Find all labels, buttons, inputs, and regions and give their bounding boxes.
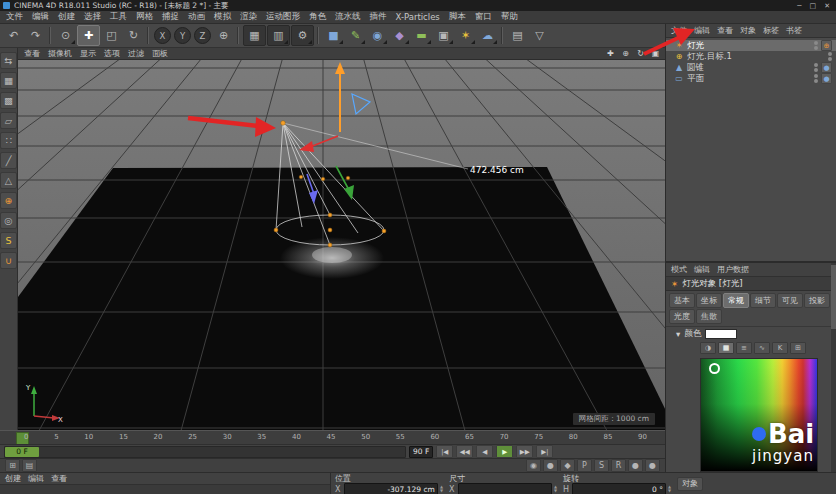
timeline-slider[interactable]: 0 F bbox=[4, 446, 406, 458]
tab-basic[interactable]: 基本 bbox=[669, 293, 695, 308]
render-picture-viewer-icon[interactable]: ▥ bbox=[267, 25, 290, 46]
record-parameter-toggle[interactable]: ● bbox=[628, 459, 643, 472]
timeline-view-icon[interactable]: ▤ bbox=[22, 459, 37, 472]
spline-pen-icon[interactable]: ✎ bbox=[345, 26, 366, 45]
color-swatch[interactable] bbox=[705, 329, 737, 339]
phong-tag-icon[interactable]: ● bbox=[821, 62, 832, 73]
target-tag-icon[interactable]: ⊕ bbox=[821, 40, 832, 51]
timeline-ruler[interactable]: 05 1015 2025 3035 4045 5055 6065 7075 80… bbox=[0, 430, 665, 444]
tab-photometric[interactable]: 光度 bbox=[669, 309, 695, 324]
enable-axis-icon[interactable]: ⊕ bbox=[0, 192, 17, 209]
visibility-dots[interactable] bbox=[814, 41, 818, 50]
menu-window[interactable]: 窗口 bbox=[475, 11, 492, 23]
redo-icon[interactable]: ↷ bbox=[25, 26, 46, 45]
tab-shadow[interactable]: 投影 bbox=[804, 293, 830, 308]
coordinate-mode-dropdown[interactable]: 对象 bbox=[677, 477, 703, 491]
model-mode-icon[interactable]: ▦ bbox=[0, 72, 17, 89]
kelvin-mode-icon[interactable]: K bbox=[772, 342, 788, 354]
prev-frame-button[interactable]: ◀ bbox=[476, 445, 493, 458]
prev-key-button[interactable]: ◀◀ bbox=[456, 445, 473, 458]
menu-animate[interactable]: 动画 bbox=[188, 11, 205, 23]
visibility-dots[interactable] bbox=[814, 74, 818, 83]
record-position-toggle[interactable]: P bbox=[577, 459, 592, 472]
om-menu-objects[interactable]: 对象 bbox=[740, 25, 756, 36]
color-picker-marker[interactable] bbox=[709, 363, 720, 374]
record-pla-toggle[interactable]: ● bbox=[645, 459, 660, 472]
wheel-mode-icon[interactable]: ◑ bbox=[700, 342, 716, 354]
menu-help[interactable]: 帮助 bbox=[501, 11, 518, 23]
rotation-h-field[interactable]: 0 ° bbox=[572, 483, 666, 494]
material-list-area[interactable] bbox=[0, 485, 330, 494]
render-settings-icon[interactable]: ⚙ bbox=[291, 25, 314, 46]
menu-snap[interactable]: 捕捉 bbox=[162, 11, 179, 23]
play-button[interactable]: ▶ bbox=[496, 445, 513, 458]
viewport-solo-icon[interactable]: ◎ bbox=[0, 212, 17, 229]
object-row-light-target[interactable]: ⊕ 灯光.目标.1 bbox=[666, 51, 836, 62]
lock-y-button[interactable]: Y bbox=[174, 27, 191, 44]
close-button[interactable]: ✕ bbox=[824, 2, 830, 10]
camera-icon[interactable]: ▣ bbox=[433, 26, 454, 45]
stepper-arrows[interactable]: ▲▼ bbox=[668, 485, 671, 493]
menu-render[interactable]: 渲染 bbox=[240, 11, 257, 23]
object-row-cone[interactable]: ▲ 圆锥 ● bbox=[666, 62, 836, 73]
hsv-mode-icon[interactable]: ∿ bbox=[754, 342, 770, 354]
timeline-slider-handle[interactable]: 0 F bbox=[5, 447, 39, 457]
menu-select[interactable]: 选择 bbox=[84, 11, 101, 23]
stepper-arrows[interactable]: ▲▼ bbox=[440, 485, 443, 493]
texture-mode-icon[interactable]: ▩ bbox=[0, 92, 17, 109]
expand-triangle-icon[interactable]: ▾ bbox=[676, 329, 680, 339]
vp-menu-panel[interactable]: 面板 bbox=[152, 48, 168, 59]
make-editable-icon[interactable]: ⇆ bbox=[0, 52, 17, 69]
om-menu-edit[interactable]: 编辑 bbox=[694, 25, 710, 36]
mat-menu-view[interactable]: 查看 bbox=[51, 473, 67, 484]
am-menu-userdata[interactable]: 用户数据 bbox=[717, 264, 749, 275]
subdivision-surface-icon[interactable]: ◉ bbox=[367, 26, 388, 45]
rotate-view-icon[interactable]: ↻ bbox=[634, 49, 647, 59]
pan-view-icon[interactable]: ✚ bbox=[604, 49, 617, 59]
position-x-field[interactable]: -307.129 cm bbox=[344, 483, 438, 494]
om-menu-bookmarks[interactable]: 书签 bbox=[786, 25, 802, 36]
lock-x-button[interactable]: X bbox=[154, 27, 171, 44]
autokey-toggle[interactable]: ● bbox=[543, 459, 558, 472]
menu-xparticles[interactable]: X-Particles bbox=[396, 12, 440, 22]
vp-menu-display[interactable]: 显示 bbox=[80, 48, 96, 59]
tab-coordinates[interactable]: 坐标 bbox=[696, 293, 722, 308]
vp-menu-filter[interactable]: 过滤 bbox=[128, 48, 144, 59]
menu-edit[interactable]: 编辑 bbox=[32, 11, 49, 23]
record-keyframe-button[interactable]: ◉ bbox=[526, 459, 541, 472]
tab-general[interactable]: 常规 bbox=[723, 293, 749, 308]
zoom-view-icon[interactable]: ⊕ bbox=[619, 49, 632, 59]
tab-caustics[interactable]: 焦散 bbox=[696, 309, 722, 324]
visibility-dots[interactable] bbox=[814, 63, 818, 72]
environment-icon[interactable]: ☁ bbox=[477, 26, 498, 45]
menu-pipeline[interactable]: 流水线 bbox=[335, 11, 361, 23]
menu-file[interactable]: 文件 bbox=[6, 11, 23, 23]
spectrum-mode-icon[interactable]: ▦ bbox=[718, 342, 734, 354]
object-row-plane[interactable]: ▭ 平面 ● bbox=[666, 73, 836, 84]
snap-toggle-icon[interactable]: S bbox=[0, 232, 17, 249]
viewport-canvas[interactable]: 472.456 cm bbox=[18, 60, 665, 430]
goto-end-button[interactable]: ▶| bbox=[536, 445, 553, 458]
coordinate-system-icon[interactable]: ⊕ bbox=[213, 26, 234, 45]
swatches-mode-icon[interactable]: ⊞ bbox=[790, 342, 806, 354]
floor-icon[interactable]: ▬ bbox=[411, 26, 432, 45]
filter-menu-icon[interactable]: ▽ bbox=[529, 26, 550, 45]
move-tool-icon[interactable]: ✚ bbox=[77, 25, 100, 46]
render-view-icon[interactable]: ▦ bbox=[243, 25, 266, 46]
toggle-view-icon[interactable]: ▣ bbox=[649, 49, 662, 59]
visibility-dots[interactable] bbox=[828, 52, 832, 61]
timeline-options-icon[interactable]: ⊞ bbox=[5, 459, 20, 472]
om-menu-file[interactable]: 文件 bbox=[671, 25, 687, 36]
tab-details[interactable]: 细节 bbox=[750, 293, 776, 308]
menu-mesh[interactable]: 网格 bbox=[136, 11, 153, 23]
points-mode-icon[interactable]: ∷ bbox=[0, 132, 17, 149]
menu-simulate[interactable]: 模拟 bbox=[214, 11, 231, 23]
minimize-button[interactable]: ─ bbox=[797, 2, 801, 10]
add-cube-icon[interactable]: ■ bbox=[323, 26, 344, 45]
record-scale-toggle[interactable]: S bbox=[594, 459, 609, 472]
edges-mode-icon[interactable]: ╱ bbox=[0, 152, 17, 169]
am-menu-edit[interactable]: 编辑 bbox=[694, 264, 710, 275]
menu-create[interactable]: 创建 bbox=[58, 11, 75, 23]
next-frame-button[interactable]: ▶▶ bbox=[516, 445, 533, 458]
workplane-mode-icon[interactable]: ▱ bbox=[0, 112, 17, 129]
